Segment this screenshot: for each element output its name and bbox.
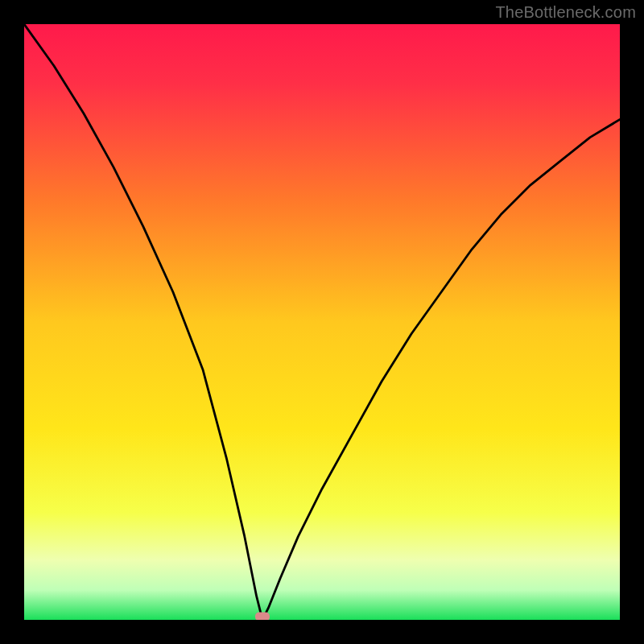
- watermark-text: TheBottleneck.com: [495, 3, 636, 22]
- plot-area: [24, 24, 620, 620]
- series-marker: [255, 613, 270, 621]
- gradient-background: [24, 24, 620, 620]
- chart-frame: TheBottleneck.com: [0, 0, 644, 644]
- svg-rect-0: [24, 24, 620, 620]
